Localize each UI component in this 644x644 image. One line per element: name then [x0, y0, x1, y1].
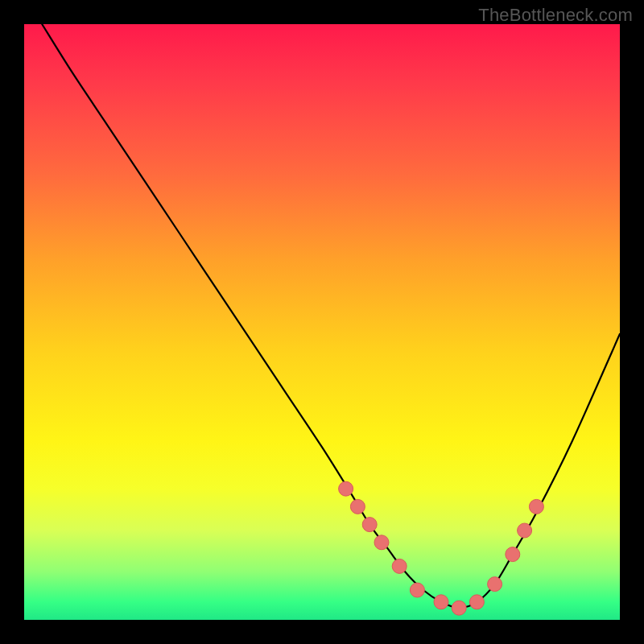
- data-dot: [374, 535, 389, 550]
- data-dot: [362, 518, 377, 532]
- plot-area: [24, 24, 620, 620]
- chart-frame: TheBottleneck.com: [0, 0, 644, 644]
- watermark-text: TheBottleneck.com: [478, 5, 633, 26]
- data-dot: [529, 499, 543, 514]
- data-dot: [488, 577, 502, 592]
- chart-svg: [24, 24, 620, 620]
- data-dot: [410, 583, 424, 597]
- data-dot: [506, 547, 520, 562]
- data-dot: [469, 595, 484, 609]
- data-dots-group: [339, 481, 544, 615]
- data-dot: [339, 481, 353, 496]
- data-dot: [350, 499, 365, 514]
- bottleneck-curve: [42, 24, 620, 608]
- data-dot: [392, 559, 407, 573]
- data-dot: [434, 595, 448, 609]
- data-dot: [518, 523, 532, 538]
- data-dot: [452, 601, 466, 615]
